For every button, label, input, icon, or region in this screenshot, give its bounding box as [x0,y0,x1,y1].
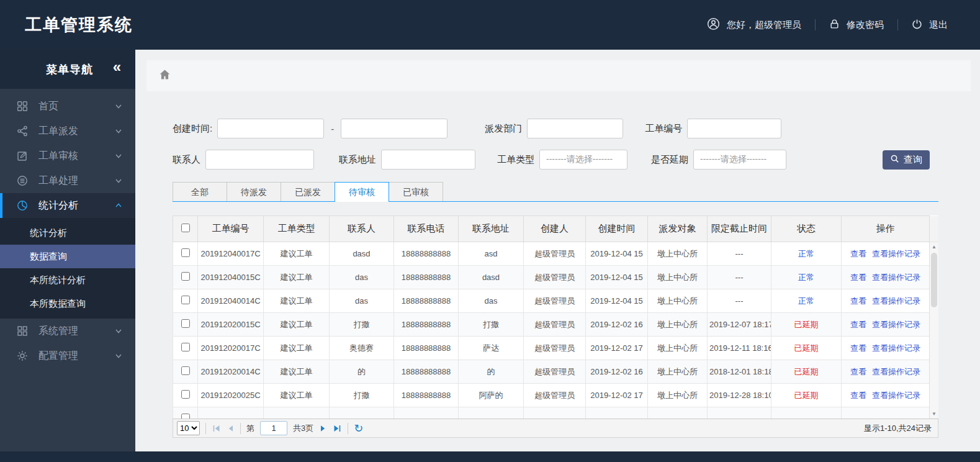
cell-order-type: 建议工单 [264,289,330,313]
cell-phone: 18888888888 [394,242,459,266]
page: 工单管理系统 您好，超级管理员 修改密码 退出 菜单导航 « 首页工单 [0,0,980,462]
dispatch-dept-select[interactable] [527,119,623,138]
cell-dispatch-target: 墩上中心所 [648,384,708,407]
collapse-sidebar-icon[interactable]: « [113,58,122,76]
cell-phone: 18888888888 [394,313,459,337]
change-password-button[interactable]: 修改密码 [816,19,897,31]
row-checkbox[interactable] [181,366,190,375]
home-icon[interactable] [159,69,171,83]
status-badge: 正常 [798,249,814,258]
cell-order-type: 建议工单 [264,384,330,407]
view-link[interactable]: 查看 [850,320,866,329]
calendar-icon[interactable] [433,124,443,134]
tab-dispatched[interactable]: 已派发 [281,182,335,201]
cell-deadline: --- [708,289,771,313]
filter-row-2: 联系人 联系地址 工单类型 -------请选择------- 是否延期 ---… [173,150,938,170]
row-checkbox[interactable] [181,343,190,351]
create-time-start-input[interactable] [217,119,324,138]
cell-create-time: 2019-12-02 17 [586,384,648,407]
view-operation-log-link[interactable]: 查看操作记录 [872,296,920,306]
calendar-icon[interactable] [309,124,320,134]
pager-divider [348,423,348,434]
create-time-end-field [341,119,447,138]
scroll-up-icon[interactable]: ▲ [930,244,938,250]
cell-deadline: 2019-12-07 18:17 [708,313,771,337]
view-link[interactable]: 查看 [850,273,866,282]
cell-dispatch-target [648,407,708,419]
row-checkbox[interactable] [181,248,190,257]
view-operation-log-link[interactable]: 查看操作记录 [872,320,920,329]
last-page-button[interactable] [333,424,342,433]
refresh-icon[interactable]: ↻ [354,423,363,434]
cell-order-type: 建议工单 [264,360,330,384]
sidebar-subitem-statistics-analysis[interactable]: 统计分析 [0,221,135,245]
chevron-down-icon [114,102,123,111]
row-checkbox[interactable] [181,414,190,419]
scroll-down-icon[interactable]: ▼ [930,411,938,417]
contact-input[interactable] [205,150,314,170]
row-checkbox[interactable] [181,272,190,281]
row-checkbox[interactable] [181,319,190,328]
tab-to-review[interactable]: 待审核 [335,182,389,202]
first-page-button[interactable] [212,424,221,433]
view-link[interactable]: 查看 [850,343,866,353]
sidebar-subitem-data-query[interactable]: 数据查询 [0,245,135,268]
sidebar-item-system-management[interactable]: 系统管理 [0,319,135,343]
view-operation-log-link[interactable]: 查看操作记录 [872,273,920,282]
logout-button[interactable]: 退出 [898,19,961,31]
cell-creator: 超级管理员 [524,313,586,337]
app-title: 工单管理系统 [25,14,133,36]
column-header: 派发对象 [648,216,708,242]
delay-select[interactable]: -------请选择------- [693,150,786,170]
prev-page-button[interactable] [227,424,235,433]
page-size-select[interactable]: 10 [177,421,200,435]
row-checkbox[interactable] [181,296,190,304]
cell-actions [842,407,930,419]
create-time-start-field [217,119,324,138]
cell-creator [524,407,586,419]
range-separator: - [331,124,334,134]
cell-create-time [586,407,648,419]
dispatch-dept-label: 派发部门 [485,123,522,135]
user-greeting[interactable]: 您好，超级管理员 [693,17,815,32]
create-time-end-input[interactable] [341,119,447,138]
page-number-input[interactable] [260,421,287,435]
scrollbar-thumb[interactable] [931,253,937,307]
cell-status: 正常 [771,266,842,289]
table-scrollbar[interactable]: ▲ ▼ [929,242,938,419]
row-checkbox[interactable] [181,390,190,399]
cell-order-type: 建议工单 [264,337,330,360]
view-link[interactable]: 查看 [850,391,866,400]
view-operation-log-link[interactable]: 查看操作记录 [872,343,920,353]
view-link[interactable]: 查看 [850,296,866,306]
search-button[interactable]: 查询 [883,150,930,170]
sidebar-item-order-dispatch[interactable]: 工单派发 [0,119,135,143]
tab-reviewed[interactable]: 已审核 [389,182,443,201]
cell-create-time: 2019-12-02 17 [586,337,648,360]
cell-phone [394,407,459,419]
sidebar-item-home[interactable]: 首页 [0,94,135,119]
view-link[interactable]: 查看 [850,249,866,258]
sidebar-item-config-management[interactable]: 配置管理 [0,343,135,368]
view-operation-log-link[interactable]: 查看操作记录 [872,391,920,400]
header-right: 您好，超级管理员 修改密码 退出 [693,17,961,32]
sidebar-item-order-review[interactable]: 工单审核 [0,143,135,168]
tab-all[interactable]: 全部 [173,182,227,201]
order-type-select[interactable]: -------请选择------- [539,150,627,170]
tab-to-dispatch[interactable]: 待派发 [227,182,281,201]
search-icon [890,154,899,165]
view-operation-log-link[interactable]: 查看操作记录 [872,249,920,258]
row-checkbox-cell [173,407,198,419]
next-page-button[interactable] [319,424,327,433]
view-operation-log-link[interactable]: 查看操作记录 [872,367,920,376]
cell-dispatch-target: 墩上中心所 [648,313,708,337]
sidebar-item-statistics[interactable]: 统计分析 [0,193,135,218]
sidebar-subitem-branch-statistics[interactable]: 本所统计分析 [0,268,135,292]
sidebar-subitem-branch-data-query[interactable]: 本所数据查询 [0,292,135,315]
sidebar-item-order-process[interactable]: 工单处理 [0,168,135,193]
order-no-input[interactable] [687,119,781,138]
view-link[interactable]: 查看 [850,367,866,376]
address-input[interactable] [381,150,475,170]
pager-divider [240,423,241,434]
select-all-checkbox[interactable] [181,224,190,232]
